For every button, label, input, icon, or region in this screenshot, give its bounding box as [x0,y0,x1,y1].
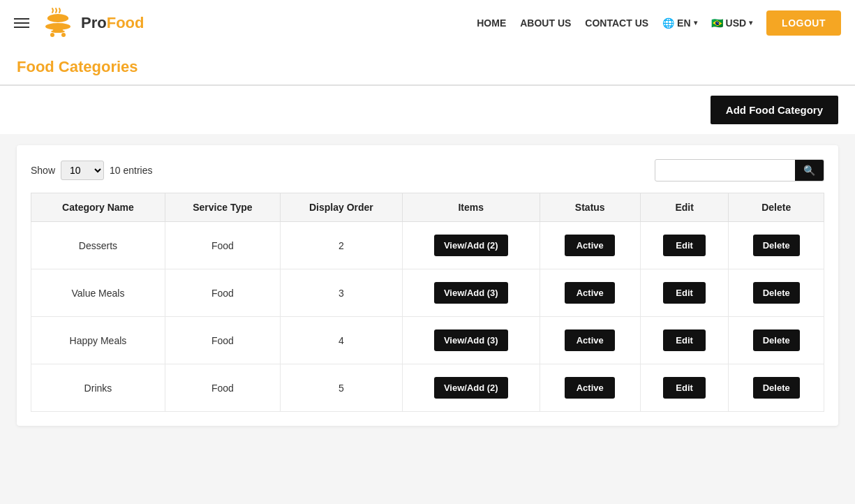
cell-delete: Delete [729,269,824,317]
cell-category-name: Happy Meals [31,317,165,364]
add-food-category-button[interactable]: Add Food Category [711,96,838,124]
edit-button[interactable]: Edit [663,282,706,304]
nav-home[interactable]: HOME [477,17,506,29]
currency-selector[interactable]: 🇧🇷 USD ▾ [711,17,753,29]
lang-label: EN [677,17,690,29]
show-entries-control: Show 10 25 50 100 10 entries [31,161,153,180]
edit-button[interactable]: Edit [663,235,706,256]
cell-status: Active [540,269,640,317]
action-bar: Add Food Category [0,86,855,134]
cell-service-type: Food [165,222,280,269]
page-header: Food Categories [0,45,855,85]
status-button[interactable]: Active [565,282,615,304]
cell-status: Active [540,364,640,412]
cell-items: View/Add (2) [402,222,540,269]
logout-button[interactable]: LOGOUT [766,10,841,36]
svg-rect-1 [47,17,68,20]
cell-delete: Delete [729,222,824,269]
search-input[interactable] [655,161,795,180]
search-button[interactable]: 🔍 [795,160,824,181]
cell-items: View/Add (3) [402,269,540,317]
delete-button[interactable]: Delete [753,377,800,399]
delete-button[interactable]: Delete [753,282,800,304]
language-selector[interactable]: 🌐 EN ▾ [662,17,697,29]
cell-edit: Edit [640,317,729,364]
cell-service-type: Food [165,269,280,317]
navbar-right: HOME ABOUT US CONTACT US 🌐 EN ▾ 🇧🇷 USD ▾… [477,10,841,36]
food-categories-table: Category Name Service Type Display Order… [31,193,824,412]
lang-flag: 🌐 [662,17,674,29]
show-label: Show [31,165,55,176]
col-display-order: Display Order [280,193,402,222]
cell-service-type: Food [165,364,280,412]
cell-category-name: Desserts [31,222,165,269]
cell-status: Active [540,222,640,269]
logo-text: ProFood [81,14,144,32]
table-row: Drinks Food 5 View/Add (2) Active Edit D… [31,364,824,412]
cell-display-order: 5 [280,364,402,412]
search-box: 🔍 [655,159,824,181]
cell-service-type: Food [165,317,280,364]
col-items: Items [402,193,540,222]
lang-chevron-icon: ▾ [694,19,697,27]
col-edit: Edit [640,193,729,222]
cell-display-order: 3 [280,269,402,317]
svg-point-4 [51,30,65,33]
col-service-type: Service Type [165,193,280,222]
currency-label: USD [726,17,747,29]
status-button[interactable]: Active [565,377,615,399]
view-add-button[interactable]: View/Add (2) [434,235,508,256]
cell-category-name: Value Meals [31,269,165,317]
svg-point-5 [50,33,54,37]
hamburger-menu[interactable] [14,18,29,28]
view-add-button[interactable]: View/Add (3) [434,329,508,351]
view-add-button[interactable]: View/Add (2) [434,377,508,399]
col-delete: Delete [729,193,824,222]
edit-button[interactable]: Edit [663,377,706,399]
logo: ProFood [40,6,144,40]
navbar-left: ProFood [14,6,144,40]
view-add-button[interactable]: View/Add (3) [434,282,508,304]
cell-edit: Edit [640,364,729,412]
col-status: Status [540,193,640,222]
nav-about[interactable]: ABOUT US [520,17,571,29]
cell-items: View/Add (3) [402,317,540,364]
cell-edit: Edit [640,269,729,317]
cell-status: Active [540,317,640,364]
navbar: ProFood HOME ABOUT US CONTACT US 🌐 EN ▾ … [0,0,855,45]
svg-point-6 [61,33,66,37]
cell-delete: Delete [729,317,824,364]
currency-flag: 🇧🇷 [711,17,723,29]
currency-chevron-icon: ▾ [749,19,752,27]
table-row: Happy Meals Food 4 View/Add (3) Active E… [31,317,824,364]
status-button[interactable]: Active [565,235,615,256]
table-controls: Show 10 25 50 100 10 entries 🔍 [31,159,824,181]
cell-delete: Delete [729,364,824,412]
table-container: Show 10 25 50 100 10 entries 🔍 Ca [0,134,855,443]
cell-edit: Edit [640,222,729,269]
table-header-row: Category Name Service Type Display Order… [31,193,824,222]
nav-contact[interactable]: CONTACT US [585,17,648,29]
delete-button[interactable]: Delete [753,329,800,351]
entries-per-page-select[interactable]: 10 25 50 100 [61,161,104,180]
cell-display-order: 2 [280,222,402,269]
col-category-name: Category Name [31,193,165,222]
page-title: Food Categories [17,58,838,76]
svg-point-2 [45,23,70,30]
table-row: Value Meals Food 3 View/Add (3) Active E… [31,269,824,317]
table-card: Show 10 25 50 100 10 entries 🔍 Ca [17,145,838,426]
edit-button[interactable]: Edit [663,329,706,351]
entries-count-label: 10 entries [110,165,152,176]
cell-display-order: 4 [280,317,402,364]
status-button[interactable]: Active [565,329,615,351]
cell-category-name: Drinks [31,364,165,412]
search-icon: 🔍 [803,165,815,176]
delete-button[interactable]: Delete [753,235,800,256]
logo-icon [40,6,75,40]
table-row: Desserts Food 2 View/Add (2) Active Edit… [31,222,824,269]
cell-items: View/Add (2) [402,364,540,412]
